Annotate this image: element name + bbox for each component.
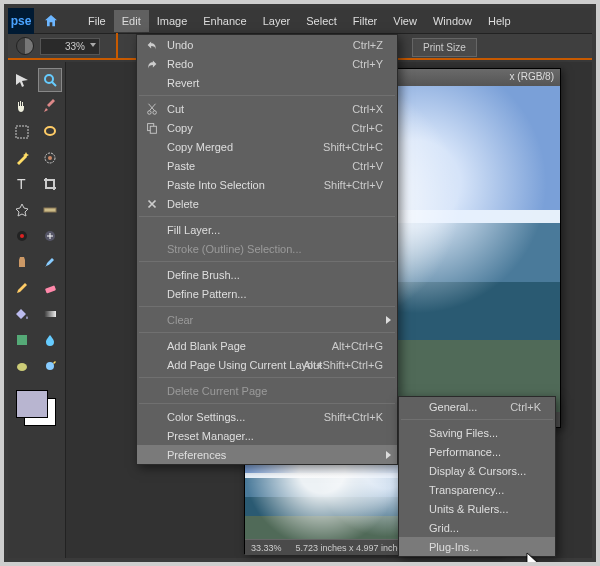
edit-menu-dropdown: UndoCtrl+ZRedoCtrl+YRevertCutCtrl+XCopyC…	[136, 34, 398, 465]
menu-item-redo[interactable]: RedoCtrl+Y	[137, 54, 397, 73]
menu-separator	[139, 216, 395, 217]
menu-item-color-settings[interactable]: Color Settings...Shift+Ctrl+K	[137, 407, 397, 426]
svg-point-4	[48, 156, 52, 160]
tool-type[interactable]: T	[10, 172, 34, 196]
hand-icon	[14, 98, 30, 114]
tool-eraser[interactable]	[38, 276, 62, 300]
tool-eyedropper[interactable]	[38, 94, 62, 118]
menu-item-performance[interactable]: Performance...	[399, 442, 555, 461]
svg-rect-18	[150, 126, 156, 133]
tool-marquee[interactable]	[10, 120, 34, 144]
menu-item-edit[interactable]: Edit	[114, 10, 149, 32]
tool-blur[interactable]	[38, 328, 62, 352]
menu-item-cut[interactable]: CutCtrl+X	[137, 99, 397, 118]
menu-shortcut: Ctrl+V	[352, 160, 383, 172]
menu-item-preferences[interactable]: Preferences	[137, 445, 397, 464]
home-button[interactable]	[38, 8, 64, 34]
tool-hand[interactable]	[10, 94, 34, 118]
menu-item-grid[interactable]: Grid...	[399, 518, 555, 537]
menu-item-label: Transparency...	[429, 484, 504, 496]
tool-sponge[interactable]	[10, 354, 34, 378]
menu-item-fill-layer[interactable]: Fill Layer...	[137, 220, 397, 239]
menu-item-enhance[interactable]: Enhance	[195, 10, 254, 32]
svg-point-14	[46, 362, 54, 370]
tool-zoom[interactable]	[38, 68, 62, 92]
tool-cookie[interactable]	[10, 198, 34, 222]
menu-item-add-blank-page[interactable]: Add Blank PageAlt+Ctrl+G	[137, 336, 397, 355]
menu-item-label: Fill Layer...	[167, 224, 220, 236]
menu-item-image[interactable]: Image	[149, 10, 196, 32]
menu-item-label: Paste Into Selection	[167, 179, 265, 191]
tool-straighten[interactable]	[38, 198, 62, 222]
menu-shortcut: Ctrl+Z	[353, 39, 383, 51]
menu-item-label: Define Pattern...	[167, 288, 247, 300]
menu-item-stroke-outline-selection: Stroke (Outline) Selection...	[137, 239, 397, 258]
menu-item-label: Color Settings...	[167, 411, 245, 423]
menu-item-label: Delete Current Page	[167, 385, 267, 397]
menu-item-label: Add Page Using Current Layout	[167, 359, 322, 371]
tool-lasso[interactable]	[38, 120, 62, 144]
menu-item-delete[interactable]: Delete	[137, 194, 397, 213]
tool-shape[interactable]	[10, 328, 34, 352]
zoom-field[interactable]: 33%	[40, 38, 100, 55]
menu-item-saving-files[interactable]: Saving Files...	[399, 423, 555, 442]
tool-wand[interactable]	[10, 146, 34, 170]
tool-redeye[interactable]	[10, 224, 34, 248]
menu-separator	[139, 403, 395, 404]
chevron-down-icon	[90, 43, 96, 47]
menu-item-filter[interactable]: Filter	[345, 10, 385, 32]
menu-item-label: Grid...	[429, 522, 459, 534]
color-swatch[interactable]	[10, 386, 63, 426]
chevron-right-icon	[386, 316, 391, 324]
tool-crop[interactable]	[38, 172, 62, 196]
marquee-icon	[14, 124, 30, 140]
menu-item-copy[interactable]: CopyCtrl+C	[137, 118, 397, 137]
svg-point-8	[20, 234, 24, 238]
menu-item-transparency[interactable]: Transparency...	[399, 480, 555, 499]
menu-item-revert[interactable]: Revert	[137, 73, 397, 92]
menu-shortcut: Ctrl+X	[352, 103, 383, 115]
menu-item-display-cursors[interactable]: Display & Cursors...	[399, 461, 555, 480]
foreground-color[interactable]	[16, 390, 48, 418]
menu-item-label: Performance...	[429, 446, 501, 458]
tool-preset-icon[interactable]	[16, 37, 34, 55]
sponge-icon	[14, 358, 30, 374]
menu-item-preset-manager[interactable]: Preset Manager...	[137, 426, 397, 445]
tool-clone[interactable]	[10, 250, 34, 274]
tool-pencil[interactable]	[10, 276, 34, 300]
status-zoom: 33.33%	[251, 543, 282, 553]
menu-item-paste-into-selection[interactable]: Paste Into SelectionShift+Ctrl+V	[137, 175, 397, 194]
menu-item-undo[interactable]: UndoCtrl+Z	[137, 35, 397, 54]
menu-item-define-pattern[interactable]: Define Pattern...	[137, 284, 397, 303]
menu-item-select[interactable]: Select	[298, 10, 345, 32]
menu-item-define-brush[interactable]: Define Brush...	[137, 265, 397, 284]
menu-item-window[interactable]: Window	[425, 10, 480, 32]
tool-spot-heal[interactable]	[38, 224, 62, 248]
menu-item-add-page-using-current-layout[interactable]: Add Page Using Current LayoutAlt+Shift+C…	[137, 355, 397, 374]
app-logo[interactable]: pse	[8, 8, 34, 34]
tool-bucket[interactable]	[10, 302, 34, 326]
type-icon: T	[14, 176, 30, 192]
menu-item-copy-merged[interactable]: Copy MergedShift+Ctrl+C	[137, 137, 397, 156]
menu-item-label: Paste	[167, 160, 195, 172]
menu-shortcut: Alt+Ctrl+G	[332, 340, 383, 352]
menu-item-label: Clear	[167, 314, 193, 326]
menu-item-general[interactable]: General...Ctrl+K	[399, 397, 555, 416]
menu-item-label: Preset Manager...	[167, 430, 254, 442]
tool-brush[interactable]	[38, 250, 62, 274]
svg-point-0	[45, 75, 53, 83]
menu-item-paste[interactable]: PasteCtrl+V	[137, 156, 397, 175]
menu-item-label: Units & Rulers...	[429, 503, 508, 515]
menu-item-view[interactable]: View	[385, 10, 425, 32]
menu-item-help[interactable]: Help	[480, 10, 519, 32]
menu-item-layer[interactable]: Layer	[255, 10, 299, 32]
redo-icon	[145, 57, 159, 71]
menu-item-file[interactable]: File	[80, 10, 114, 32]
tool-selection-brush[interactable]	[38, 146, 62, 170]
tool-smart-brush[interactable]	[38, 354, 62, 378]
tool-gradient[interactable]	[38, 302, 62, 326]
menu-item-units-rulers[interactable]: Units & Rulers...	[399, 499, 555, 518]
print-size-button[interactable]: Print Size	[412, 38, 477, 57]
menu-item-label: Define Brush...	[167, 269, 240, 281]
tool-move[interactable]	[10, 68, 34, 92]
